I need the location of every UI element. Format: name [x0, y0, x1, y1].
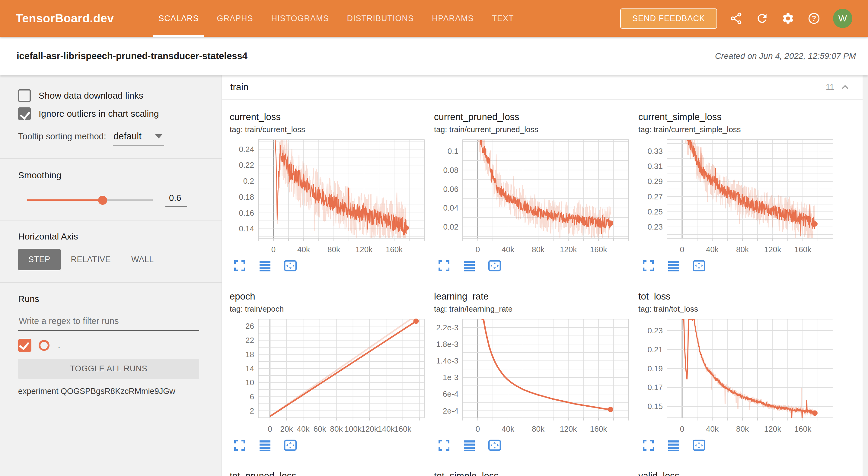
- svg-text:0: 0: [680, 424, 684, 434]
- chart-actions: [639, 257, 838, 274]
- slider-handle[interactable]: [98, 196, 107, 205]
- tab-histograms[interactable]: HISTOGRAMS: [262, 0, 338, 37]
- chart-plot-current_loss[interactable]: 040k80k120k160k0.140.160.180.20.220.24: [230, 137, 429, 255]
- horizontal-axis-label: Horizontal Axis: [18, 231, 200, 242]
- smoothing-value[interactable]: 0.6: [165, 193, 187, 207]
- sidebar-divider: [0, 158, 221, 159]
- smoothing-label: Smoothing: [18, 170, 200, 180]
- fit-domain-button[interactable]: [485, 437, 504, 454]
- help-icon[interactable]: ?: [807, 11, 821, 25]
- toggle-y-axis-button[interactable]: [664, 437, 683, 454]
- fit-domain-button[interactable]: [690, 437, 708, 454]
- chart-actions: [435, 437, 633, 454]
- expand-chart-button[interactable]: [639, 257, 658, 274]
- svg-text:0.04: 0.04: [443, 203, 459, 212]
- avatar[interactable]: W: [833, 9, 852, 28]
- scalars-panel: train 11 current_losstag: train/current_…: [221, 75, 863, 476]
- collapse-control[interactable]: 11: [826, 82, 850, 93]
- svg-text:0.18: 0.18: [239, 192, 254, 201]
- svg-text:0.02: 0.02: [443, 222, 459, 231]
- refresh-icon[interactable]: [755, 11, 769, 25]
- axis-relative-button[interactable]: RELATIVE: [61, 249, 121, 270]
- chart-plot-learning_rate[interactable]: 040k80k120k160k2e-46e-41e-31.4e-31.8e-32…: [434, 317, 633, 435]
- chart-plot-current_simple_loss[interactable]: 040k80k120k160k0.230.250.270.290.310.33: [638, 137, 838, 255]
- tab-scalars[interactable]: SCALARS: [149, 0, 208, 37]
- chart-title: current_simple_loss: [638, 112, 838, 123]
- toggle-y-axis-button[interactable]: [256, 257, 274, 274]
- svg-text:0: 0: [271, 245, 276, 254]
- axis-step-button[interactable]: STEP: [18, 249, 61, 270]
- run-checkbox[interactable]: [18, 339, 31, 352]
- chart-current_simple_loss: current_simple_losstag: train/current_si…: [638, 112, 838, 274]
- run-color-swatch[interactable]: [39, 340, 50, 351]
- chart-actions: [435, 257, 633, 274]
- chart-title: tot_loss: [638, 291, 838, 302]
- expand-chart-button[interactable]: [435, 257, 453, 274]
- svg-text:1e-3: 1e-3: [443, 373, 459, 382]
- svg-text:40k: 40k: [502, 245, 515, 254]
- chevron-up-icon: [840, 82, 850, 93]
- expand-icon: [232, 438, 247, 452]
- charts-grid: current_losstag: train/current_loss040k8…: [222, 99, 863, 476]
- svg-text:0.29: 0.29: [647, 177, 663, 186]
- toggle-y-axis-button[interactable]: [256, 437, 274, 454]
- share-icon[interactable]: [729, 11, 743, 25]
- expand-chart-button[interactable]: [230, 257, 249, 274]
- smoothing-slider[interactable]: [27, 195, 153, 205]
- expand-chart-button[interactable]: [435, 437, 453, 454]
- chart-learning_rate: learning_ratetag: train/learning_rate040…: [434, 291, 633, 454]
- experiment-titlebar: icefall-asr-librispeech-pruned-transduce…: [0, 37, 868, 75]
- sidebar-divider: [0, 221, 221, 221]
- svg-text:60k: 60k: [314, 424, 327, 434]
- tab-graphs[interactable]: GRAPHS: [208, 0, 262, 37]
- fit-domain-button[interactable]: [485, 257, 504, 274]
- chart-plot-current_pruned_loss[interactable]: 040k80k120k160k0.020.040.060.080.1: [434, 137, 633, 255]
- expand-icon: [437, 438, 451, 452]
- toggle-all-runs-button[interactable]: TOGGLE ALL RUNS: [18, 359, 199, 379]
- fit-icon: [691, 438, 707, 452]
- expand-icon: [641, 438, 655, 452]
- svg-text:0: 0: [476, 245, 480, 254]
- svg-text:2e-4: 2e-4: [443, 406, 459, 415]
- tab-text[interactable]: TEXT: [483, 0, 523, 37]
- runs-filter-input[interactable]: [18, 314, 199, 331]
- nav-tabs: SCALARSGRAPHSHISTOGRAMSDISTRIBUTIONSHPAR…: [149, 0, 523, 37]
- run-name: .: [58, 341, 60, 350]
- chevron-down-icon: [155, 134, 162, 138]
- chart-tot_pruned_loss: tot_pruned_losstag: train/tot_pruned_los…: [230, 471, 429, 476]
- ignore-outliers-checkbox[interactable]: [18, 107, 31, 120]
- tab-hparams[interactable]: HPARAMS: [423, 0, 483, 37]
- fit-domain-button[interactable]: [281, 437, 300, 454]
- runs-label: Runs: [18, 294, 200, 304]
- toggle-y-axis-button[interactable]: [664, 257, 683, 274]
- show-download-links-row[interactable]: Show data download links: [18, 89, 200, 102]
- settings-icon[interactable]: [781, 11, 795, 25]
- svg-text:0.2: 0.2: [243, 177, 254, 186]
- svg-text:0.27: 0.27: [647, 192, 663, 201]
- send-feedback-button[interactable]: SEND FEEDBACK: [620, 8, 717, 29]
- toggle-y-axis-button[interactable]: [460, 437, 479, 454]
- toggle-y-axis-button[interactable]: [460, 257, 479, 274]
- svg-text:0.21: 0.21: [647, 345, 663, 354]
- svg-text:0.22: 0.22: [239, 160, 254, 169]
- expand-chart-button[interactable]: [230, 437, 249, 454]
- show-download-links-checkbox[interactable]: [18, 89, 31, 102]
- chart-title: learning_rate: [434, 291, 633, 302]
- show-download-links-label: Show data download links: [39, 91, 143, 101]
- chart-plot-tot_loss[interactable]: 040k80k120k160k0.150.170.190.210.23: [638, 317, 838, 435]
- expand-chart-button[interactable]: [639, 437, 658, 454]
- fit-domain-button[interactable]: [281, 257, 300, 274]
- chart-tag: tag: train/current_simple_loss: [638, 125, 838, 134]
- tab-distributions[interactable]: DISTRIBUTIONS: [338, 0, 423, 37]
- ignore-outliers-row[interactable]: Ignore outliers in chart scaling: [18, 107, 200, 120]
- experiment-id: experiment QOGSPBgsR8KzcRMmie9JGw: [18, 387, 200, 396]
- svg-text:0.23: 0.23: [647, 326, 663, 335]
- train-section-header[interactable]: train 11: [222, 75, 863, 99]
- fit-domain-button[interactable]: [690, 257, 708, 274]
- tooltip-sorting-dropdown[interactable]: default: [113, 131, 164, 146]
- navbar-right: SEND FEEDBACK ? W: [620, 8, 852, 29]
- svg-text:80k: 80k: [532, 424, 545, 434]
- axis-wall-button[interactable]: WALL: [121, 249, 164, 270]
- chart-plot-epoch[interactable]: 020k40k60k80k100k120k140k160k26101418222…: [230, 317, 429, 435]
- fit-icon: [487, 438, 502, 452]
